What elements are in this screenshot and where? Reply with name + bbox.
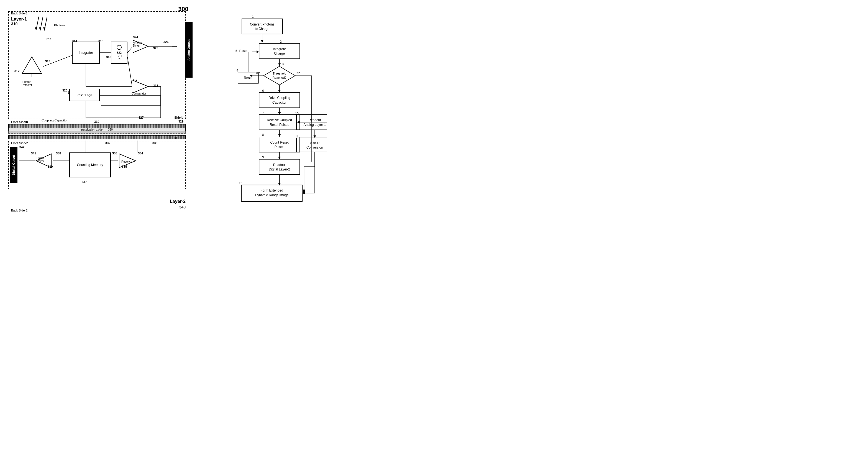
svg-marker-6: [22, 57, 41, 74]
step3-line1: Threshold: [273, 72, 286, 75]
svg-marker-5: [43, 27, 45, 30]
step7-box: [259, 115, 300, 130]
num-330: 330: [108, 128, 113, 131]
step3-diamond: [264, 66, 295, 85]
step11-line2: Conversion: [306, 146, 323, 149]
svg-marker-54: [278, 157, 281, 159]
step5-num: 5: [236, 49, 237, 52]
step8-box: [259, 137, 300, 152]
step7-line2: Reset Pulses: [270, 123, 289, 127]
analog-output-text: Analog Output: [187, 39, 190, 60]
step12-line2: Dynamic Range Image: [255, 193, 289, 197]
num-338: 338: [56, 152, 61, 155]
num-319: 319: [94, 120, 99, 123]
coupling-cap-label: Coupling Capacitor: [41, 119, 68, 122]
num-327: 327: [138, 116, 144, 119]
step6-line1: Drive Coupling: [269, 96, 290, 100]
reset-logic-label: Reset Logic: [76, 93, 93, 97]
step11-line1: A-to-D: [310, 141, 320, 145]
step9-num: 9: [262, 155, 264, 159]
back-side-1-label: Back Side-1: [11, 12, 27, 15]
photons-label: Photons: [54, 24, 65, 27]
step4-num: 4: [237, 69, 238, 72]
svg-marker-41: [278, 63, 281, 66]
counting-memory-block: Counting Memory: [69, 152, 111, 177]
shield-label: Shield: [174, 116, 183, 119]
step1-line1: Convert Photons: [250, 23, 275, 26]
step12-line1: Form Extended: [260, 188, 283, 193]
num-342: 342: [20, 146, 24, 149]
num-320: 320: [62, 89, 67, 92]
integrator-label: Integrator: [79, 51, 93, 55]
layer2-sublabel: 340: [170, 205, 186, 210]
svg-marker-60: [313, 136, 316, 138]
step2-line1: Integrate: [273, 47, 286, 51]
step12-num: 12: [239, 181, 242, 185]
num-326: 326: [163, 40, 168, 43]
svg-marker-3: [39, 27, 41, 30]
layer1-label: Layer-1 310: [11, 17, 27, 26]
step10-line1: Readout: [308, 118, 321, 122]
step2-box: [259, 43, 300, 59]
step9-line1: Readout: [273, 163, 286, 167]
num-311: 311: [46, 37, 52, 41]
layer1-title: Layer-1: [11, 17, 27, 22]
svg-marker-37: [261, 40, 264, 43]
step10-line2: Analog Layer-1: [304, 123, 326, 127]
step8-line1: Count Reset: [270, 141, 289, 144]
num-318: 318: [153, 84, 158, 87]
left-circuit-diagram: 300 Back Side-1 Layer-1 310 Photons 311 …: [5, 5, 194, 214]
step8-line2: Pulses: [275, 145, 284, 149]
digital-driver-label: DigitalDriver: [37, 156, 44, 163]
step2-line2: Charge: [274, 52, 285, 55]
receiver-label: Receiver: [121, 160, 132, 163]
svg-marker-39: [256, 51, 259, 53]
num-315: 315: [98, 39, 103, 43]
layer2-title: Layer-2: [170, 199, 186, 205]
step3-num: 3: [282, 62, 284, 66]
counting-memory-label: Counting Memory: [77, 163, 103, 167]
num-324: 324: [133, 35, 138, 39]
sh-label: 322: [117, 51, 122, 54]
step3-line2: Reached?: [273, 76, 286, 79]
step2-num: 2: [280, 40, 281, 43]
num-336: 336: [112, 152, 117, 155]
step1-line2: to Charge: [255, 27, 270, 31]
step6-box: [259, 93, 300, 108]
svg-marker-1: [35, 27, 37, 30]
svg-marker-13: [133, 80, 148, 93]
right-flowchart: 1 Convert Photons to Charge 5 Reset 2 In…: [205, 5, 327, 214]
layer2-label: Layer-2 340: [170, 199, 186, 210]
num-335: 335: [122, 165, 127, 168]
step9-box: [259, 159, 300, 175]
step9-line2: Digital Layer-2: [269, 168, 290, 171]
num-328: 328: [23, 120, 28, 124]
integrator-block: Integrator: [72, 41, 100, 64]
sh-block: 322 S/H 323: [111, 41, 127, 64]
step1-num: 1: [252, 15, 254, 18]
comparator-label: Comparator: [132, 92, 146, 95]
no-label: No: [297, 71, 300, 75]
num-316: 316: [106, 55, 111, 59]
svg-marker-48: [278, 90, 281, 92]
num-323: 323: [117, 58, 122, 61]
analog-driver-label: AnalogDriver: [133, 41, 142, 47]
sh-text: S/H: [117, 54, 122, 58]
digital-output-text: Digital Output: [12, 155, 15, 175]
step4-label: Reset: [244, 76, 253, 80]
flowchart-svg: 1 Convert Photons to Charge 5 Reset 2 In…: [205, 5, 327, 213]
num-334: 334: [138, 152, 143, 155]
photon-detector-symbol: [21, 55, 43, 78]
digital-output-bar: Digital Output: [10, 147, 18, 183]
reset-label-5: Reset: [239, 49, 247, 52]
step8-num: 8: [262, 133, 264, 136]
photon-detector-label: PhotonDetector: [22, 80, 32, 86]
num-331: 331: [173, 137, 177, 140]
reset-logic-block: Reset Logic: [69, 89, 100, 101]
photon-arrows: [33, 15, 55, 37]
num-312: 312: [14, 69, 20, 72]
layer1-sublabel: 310: [11, 22, 27, 26]
num-341: 341: [31, 152, 36, 155]
step6-num: 6: [262, 89, 264, 92]
step7-num: 7: [262, 111, 264, 115]
